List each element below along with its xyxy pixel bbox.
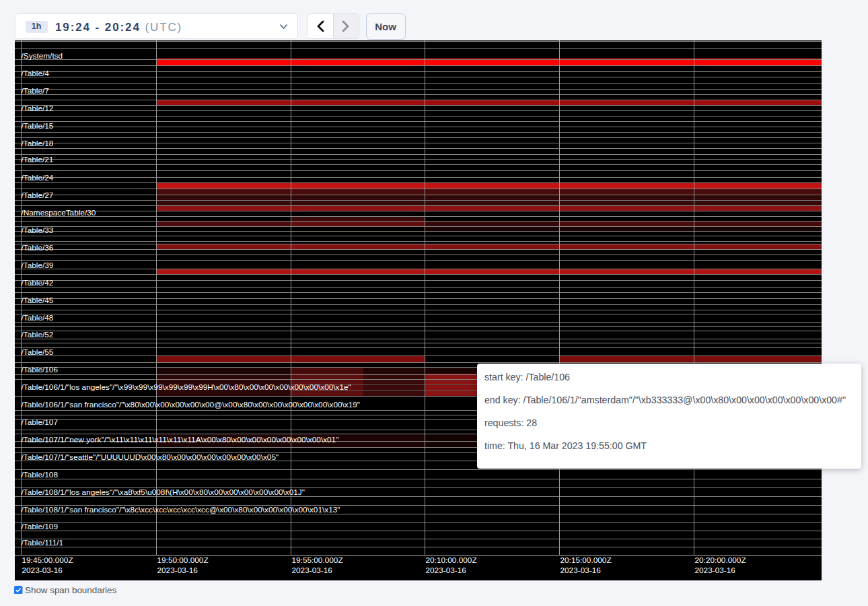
svg-text:/NamespaceTable/30: /NamespaceTable/30 — [22, 208, 96, 217]
svg-text:/Table/106/1/"san francisco"/": /Table/106/1/"san francisco"/"\x80\x00\x… — [22, 400, 361, 409]
svg-text:/Table/106/1/"los angeles"/"\x: /Table/106/1/"los angeles"/"\x99\x99\x99… — [22, 382, 351, 392]
svg-text:2023-03-16: 2023-03-16 — [157, 566, 198, 575]
svg-text:/Table/106: /Table/106 — [22, 365, 59, 374]
svg-text:/Table/52: /Table/52 — [22, 330, 54, 339]
svg-text:19:55:00.000Z: 19:55:00.000Z — [292, 556, 343, 565]
svg-text:/Table/48: /Table/48 — [22, 313, 54, 323]
svg-text:/Table/107/1/"new york"/"\x11\: /Table/107/1/"new york"/"\x11\x11\x11\x1… — [22, 435, 339, 444]
svg-text:20:10:00.000Z: 20:10:00.000Z — [426, 556, 477, 565]
svg-text:/Table/45: /Table/45 — [22, 296, 54, 305]
svg-text:/Table/24: /Table/24 — [22, 173, 54, 182]
svg-text:2023-03-16: 2023-03-16 — [22, 566, 63, 575]
svg-text:/Table/55: /Table/55 — [22, 347, 54, 357]
svg-text:/Table/4: /Table/4 — [22, 69, 50, 78]
svg-text:/Table/111/1: /Table/111/1 — [22, 538, 64, 547]
svg-text:2023-03-16: 2023-03-16 — [292, 566, 333, 575]
svg-text:/Table/12: /Table/12 — [22, 104, 54, 113]
svg-text:/Table/107/1/"seattle"/"UUUUUU: /Table/107/1/"seattle"/"UUUUUUD\x00\x80\… — [22, 452, 279, 462]
svg-text:/Table/108/1/"los angeles"/"\x: /Table/108/1/"los angeles"/"\xa8\xf5\u00… — [22, 487, 305, 497]
svg-text:/Table/33: /Table/33 — [22, 226, 54, 235]
svg-text:/Table/109: /Table/109 — [22, 522, 58, 531]
svg-text:19:50:00.000Z: 19:50:00.000Z — [157, 556, 209, 565]
svg-text:/Table/107: /Table/107 — [22, 417, 58, 427]
svg-text:20:15:00.000Z: 20:15:00.000Z — [560, 556, 612, 565]
svg-text:/System/tsd: /System/tsd — [22, 51, 63, 61]
svg-text:/Table/108/1/"san francisco"/": /Table/108/1/"san francisco"/"\x8c\xcc\x… — [22, 505, 340, 514]
svg-text:2023-03-16: 2023-03-16 — [426, 566, 467, 575]
svg-text:19:45:00.000Z: 19:45:00.000Z — [22, 556, 73, 565]
svg-text:/Table/39: /Table/39 — [22, 261, 54, 270]
svg-text:/Table/108: /Table/108 — [22, 470, 59, 479]
svg-text:/Table/7: /Table/7 — [22, 86, 49, 96]
svg-text:/Table/36: /Table/36 — [22, 243, 54, 252]
svg-text:2023-03-16: 2023-03-16 — [560, 566, 602, 575]
svg-text:20:20:00.000Z: 20:20:00.000Z — [695, 556, 746, 565]
svg-text:/Table/42: /Table/42 — [22, 278, 54, 288]
svg-text:/Table/18: /Table/18 — [22, 139, 54, 148]
svg-text:/Table/21: /Table/21 — [22, 155, 54, 164]
svg-text:/Table/15: /Table/15 — [22, 121, 54, 131]
svg-text:2023-03-16: 2023-03-16 — [695, 566, 736, 575]
svg-text:/Table/27: /Table/27 — [22, 191, 54, 200]
